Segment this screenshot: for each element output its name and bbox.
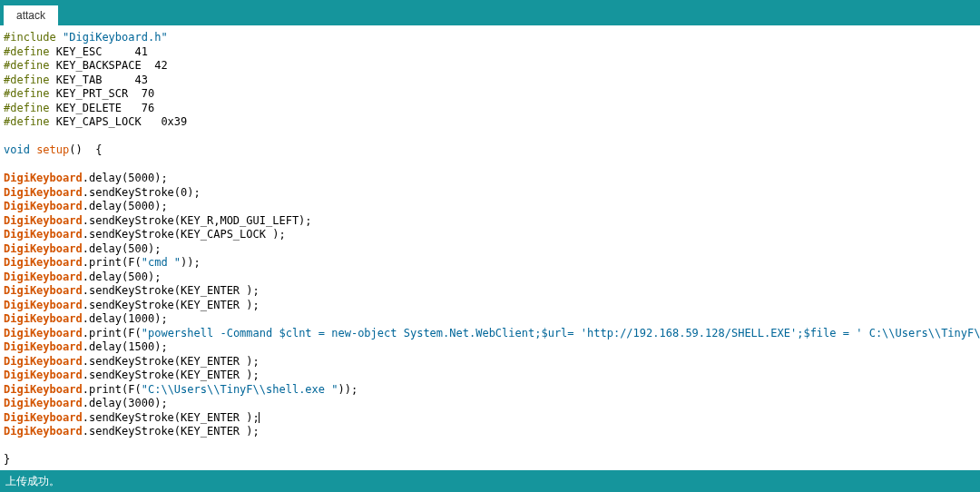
text-cursor <box>259 412 260 423</box>
tab-bar: attack <box>0 0 980 25</box>
status-bar: 上传成功。 <box>0 470 980 492</box>
tab-attack[interactable]: attack <box>4 5 58 25</box>
status-text: 上传成功。 <box>5 475 60 487</box>
code-editor[interactable]: #include "DigiKeyboard.h" #define KEY_ES… <box>0 25 980 470</box>
